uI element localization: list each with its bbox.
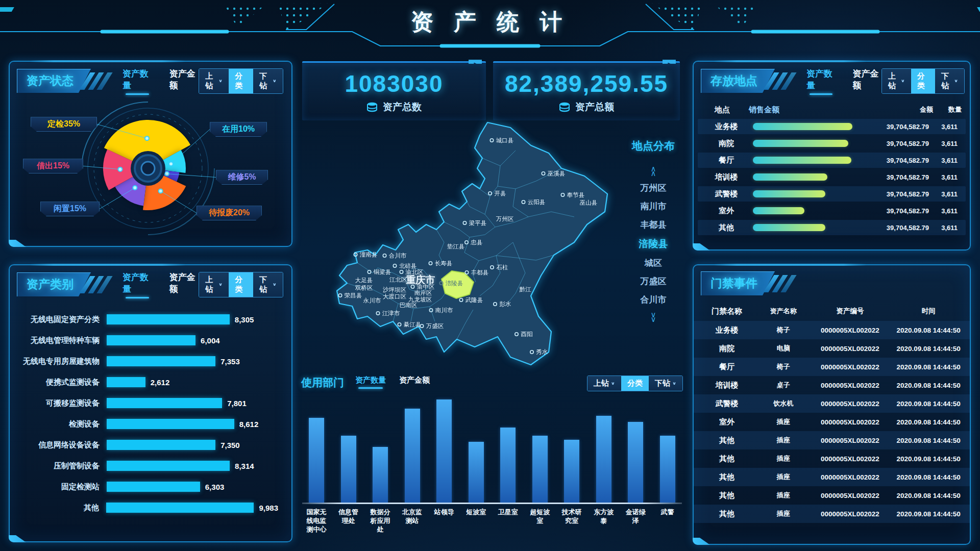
department-bar[interactable] <box>564 440 579 503</box>
map-label-秀水[interactable]: 秀水 <box>536 349 548 355</box>
storage-bar[interactable] <box>753 190 825 197</box>
department-bar[interactable] <box>341 436 356 503</box>
map-label-荣昌县[interactable]: 荣昌县 <box>345 292 362 298</box>
storage-bar[interactable] <box>753 157 851 164</box>
map-label-大足县[interactable]: 大足县 <box>355 277 373 283</box>
category-bar-row: 无线电管理特种车辆6,004 <box>19 335 278 346</box>
drill-down-button[interactable]: 下钻∨ <box>935 69 964 93</box>
map-label-南川市[interactable]: 南川市 <box>435 307 453 313</box>
department-bar[interactable] <box>405 409 420 503</box>
map-label-丰都县[interactable]: 丰都县 <box>471 269 489 276</box>
distribution-item-南川市[interactable]: 南川市 <box>624 201 683 212</box>
map-label-石柱[interactable]: 石柱 <box>496 264 509 270</box>
category-value: 8,612 <box>239 420 259 429</box>
map-label-城口县[interactable]: 城口县 <box>496 137 514 143</box>
map-label-江津市[interactable]: 江津市 <box>382 310 400 316</box>
department-bar[interactable] <box>660 436 675 503</box>
tab-asset-quantity[interactable]: 资产数量 <box>355 375 386 388</box>
department-bar[interactable] <box>373 447 388 503</box>
classify-button[interactable]: 分类 <box>621 376 649 391</box>
department-bar[interactable] <box>436 399 452 503</box>
storage-bar[interactable] <box>753 173 827 181</box>
map-label-南岸区[interactable]: 南岸区 <box>414 290 432 296</box>
map-label-垫江县[interactable]: 垫江县 <box>447 243 465 249</box>
department-bar[interactable] <box>309 418 324 503</box>
drill-down-button[interactable]: 下钻∨ <box>649 376 682 391</box>
map-label-奉节县[interactable]: 奉节县 <box>567 192 585 198</box>
category-bar[interactable] <box>107 335 195 345</box>
map-label-黔江[interactable]: 黔江 <box>520 286 532 292</box>
map-label-长寿县[interactable]: 长寿县 <box>435 260 453 266</box>
distribution-item-城区[interactable]: 城区 <box>624 257 683 269</box>
map-label-沙坪坝区[interactable]: 沙坪坝区 <box>383 286 407 293</box>
map-label-忠县[interactable]: 忠县 <box>471 239 483 245</box>
map-label-渝中区[interactable]: 渝中区 <box>416 284 435 290</box>
map-label-巴南区[interactable]: 巴南区 <box>400 302 418 308</box>
map-label-江北区[interactable]: 江北区 <box>389 277 407 283</box>
department-label: 数据分析应用处 <box>368 508 393 534</box>
category-bar[interactable] <box>106 503 254 513</box>
map-label-开县[interactable]: 开县 <box>495 190 506 196</box>
drill-up-button[interactable]: 上钻∨ <box>587 376 621 391</box>
tab-asset-amount[interactable]: 资产金额 <box>852 68 881 94</box>
map-label-铜梁县[interactable]: 铜梁县 <box>373 269 391 275</box>
department-bar[interactable] <box>628 422 643 503</box>
department-bar-slot <box>623 422 648 503</box>
category-bar[interactable] <box>107 461 230 471</box>
map-label-綦江县[interactable]: 綦江县 <box>404 321 422 328</box>
chevron-down-icon[interactable]: ∨∨ <box>624 312 683 321</box>
drill-up-button[interactable]: 上钻∨ <box>882 69 911 93</box>
map-label-武隆县[interactable]: 武隆县 <box>465 297 483 303</box>
col-header-location: 地点 <box>699 105 746 115</box>
map-label-彭水[interactable]: 彭水 <box>500 301 511 307</box>
map-label-梁平县[interactable]: 梁平县 <box>469 220 487 226</box>
map-label-涪陵县[interactable]: 涪陵县 <box>446 280 463 286</box>
category-bar[interactable] <box>107 482 200 492</box>
map-label-万盛区[interactable]: 万盛区 <box>426 323 444 329</box>
category-bar[interactable] <box>107 377 145 387</box>
department-bar[interactable] <box>500 428 516 503</box>
distribution-item-万盛区[interactable]: 万盛区 <box>624 276 683 287</box>
category-bar[interactable] <box>107 356 215 366</box>
distribution-item-涪陵县[interactable]: 涪陵县 <box>624 237 683 251</box>
map-label-永川市[interactable]: 永川市 <box>363 297 381 304</box>
category-bar[interactable] <box>107 314 230 324</box>
chevron-up-icon[interactable]: ∧∧ <box>624 166 683 176</box>
map-label-北碚县[interactable]: 北碚县 <box>399 263 417 269</box>
department-bar[interactable] <box>469 442 484 503</box>
map-label-合川市[interactable]: 合川市 <box>389 253 407 259</box>
tab-asset-amount[interactable]: 资产金额 <box>169 271 199 297</box>
drill-down-button[interactable]: 下钻∨ <box>253 272 283 297</box>
department-bar[interactable] <box>596 416 611 503</box>
map-label-大渡口区[interactable]: 大渡口区 <box>383 293 407 299</box>
map-label-巫山县[interactable]: 巫山县 <box>580 199 598 206</box>
map-label-云阳县[interactable]: 云阳县 <box>528 199 546 205</box>
distribution-item-丰都县[interactable]: 丰都县 <box>624 219 683 231</box>
total-amount-value: 82,389,259.55 <box>505 70 668 97</box>
category-bar[interactable] <box>107 419 234 429</box>
distribution-item-万州区[interactable]: 万州区 <box>624 182 683 194</box>
tab-asset-amount[interactable]: 资产金额 <box>399 375 430 388</box>
storage-bar[interactable] <box>753 140 848 147</box>
storage-bar[interactable] <box>753 207 804 214</box>
map-label-万州区[interactable]: 万州区 <box>496 216 514 222</box>
department-bar[interactable] <box>532 436 548 503</box>
storage-bar[interactable] <box>753 123 852 130</box>
classify-button[interactable]: 分类 <box>911 69 935 93</box>
map-label-双桥区[interactable]: 双桥区 <box>355 285 373 291</box>
classify-button[interactable]: 分类 <box>229 272 253 297</box>
storage-bar[interactable] <box>753 224 825 231</box>
storage-bar-track <box>750 123 864 130</box>
category-bar[interactable] <box>107 398 222 408</box>
chevron-down-icon: ∨ <box>273 282 277 287</box>
distribution-item-合川市[interactable]: 合川市 <box>624 294 683 306</box>
map-label-酉阳[interactable]: 酉阳 <box>521 331 533 337</box>
category-label: 无线电管理特种车辆 <box>19 336 107 345</box>
tab-asset-quantity[interactable]: 资产数量 <box>806 68 835 94</box>
category-bar[interactable] <box>107 440 215 450</box>
map-label-巫溪县[interactable]: 巫溪县 <box>548 170 566 177</box>
panel-tabs: 资产数量资产金额 <box>355 375 430 388</box>
map-label-潼南县[interactable]: 潼南县 <box>360 252 378 258</box>
tab-asset-quantity[interactable]: 资产数量 <box>122 271 152 297</box>
drill-up-button[interactable]: 上钻∨ <box>199 272 229 297</box>
